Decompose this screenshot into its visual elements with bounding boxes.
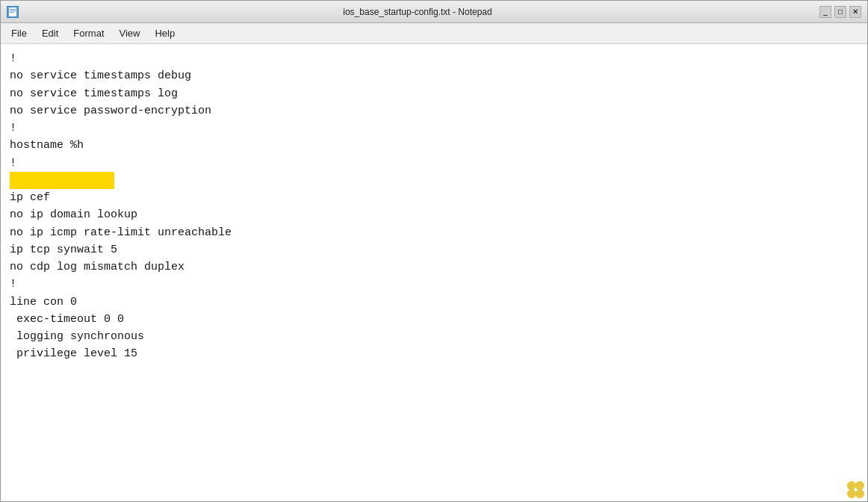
editor-line: line con 0 [10,294,858,311]
resize-indicator [847,481,861,495]
editor-line: no cdp log mismatch duplex [10,258,858,276]
editor-line: hostname %h [10,137,858,154]
editor-line: ! [10,50,858,67]
svg-rect-2 [10,10,16,11]
title-bar-left [7,6,19,18]
maximize-button[interactable]: □ [834,6,846,18]
menu-view[interactable]: View [112,25,148,42]
menu-help[interactable]: Help [147,25,182,42]
menu-file[interactable]: File [4,25,34,42]
editor-line: ! [10,155,858,172]
editor-area[interactable]: !no service timestamps debugno service t… [1,44,867,501]
editor-line: ! [10,276,858,293]
close-button[interactable]: ✕ [849,6,861,18]
notepad-window: ios_base_startup-config.txt - Notepad _ … [0,0,868,502]
menu-format[interactable]: Format [66,25,111,42]
editor-line [10,172,858,189]
notepad-icon [7,6,19,18]
editor-content: !no service timestamps debugno service t… [10,50,858,363]
editor-line: no ip icmp rate-limit unreachable [10,224,858,241]
menu-bar: File Edit Format View Help [1,23,867,44]
editor-line: privilege level 15 [10,345,858,362]
editor-line: ip cef [10,189,858,206]
window-title: ios_base_startup-config.txt - Notepad [343,7,492,17]
editor-line: no service password-encryption [10,102,858,120]
editor-line: ! [10,120,858,137]
menu-edit[interactable]: Edit [34,25,66,42]
svg-rect-3 [10,12,14,13]
editor-line: ip tcp synwait 5 [10,241,858,258]
editor-line: no ip domain lookup [10,206,858,223]
title-bar: ios_base_startup-config.txt - Notepad _ … [1,1,867,23]
editor-line: no service timestamps debug [10,67,858,84]
editor-line: logging synchronous [10,328,858,345]
svg-rect-1 [10,9,16,10]
minimize-button[interactable]: _ [819,6,831,18]
editor-line: no service timestamps log [10,85,858,102]
editor-line: exec-timeout 0 0 [10,311,858,328]
